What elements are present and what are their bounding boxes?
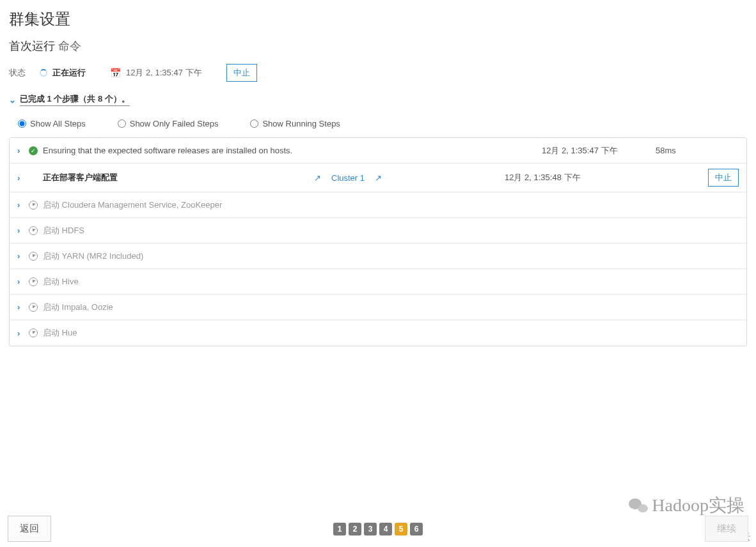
status-value: 正在运行 <box>52 67 86 79</box>
page-title: 群集设置 <box>0 0 756 33</box>
continue-button: 继续 <box>705 516 748 542</box>
external-link-icon[interactable]: ↗ <box>375 173 382 183</box>
chevron-right-icon[interactable]: › <box>17 200 24 210</box>
filter-running-label: Show Running Steps <box>262 119 340 128</box>
status-timestamp: 12月 2, 1:35:47 下午 <box>126 67 202 79</box>
pager-5[interactable]: 5 <box>395 523 407 535</box>
pager-2[interactable]: 2 <box>349 523 361 535</box>
step-row: › 正在部署客户端配置 ↗ Cluster 1 ↗ 12月 2, 1:35:48… <box>10 164 746 192</box>
chevron-right-icon[interactable]: › <box>17 146 24 155</box>
progress-row[interactable]: ⌄ 已完成 1 个步骤（共 8 个）。 <box>0 91 756 112</box>
filter-all[interactable]: Show All Steps <box>18 119 86 128</box>
step-filter: Show All Steps Show Only Failed Steps Sh… <box>0 112 756 135</box>
chevron-right-icon[interactable]: › <box>17 277 24 286</box>
clock-icon <box>29 226 38 235</box>
step-duration: 58ms <box>656 146 739 155</box>
step-row: › 启动 YARN (MR2 Included) <box>10 243 746 269</box>
calendar-icon: 📅 <box>110 68 121 78</box>
bottom-bar: 返回 1 2 3 4 5 6 继续 <box>0 511 756 547</box>
step-timestamp: 12月 2, 1:35:48 下午 <box>505 172 613 183</box>
check-icon: ✓ <box>29 146 38 155</box>
filter-running[interactable]: Show Running Steps <box>250 119 340 128</box>
external-link-icon[interactable]: ↗ <box>314 173 321 183</box>
subtitle-strong: 首次运行 <box>9 40 55 52</box>
step-text: 启动 Hue <box>43 327 739 339</box>
filter-all-radio[interactable] <box>18 119 26 128</box>
chevron-right-icon[interactable]: › <box>17 226 24 235</box>
chevron-right-icon[interactable]: › <box>17 328 24 338</box>
step-text: Ensuring that the expected software rele… <box>43 146 346 155</box>
chevron-right-icon[interactable]: › <box>17 173 24 183</box>
chevron-right-icon[interactable]: › <box>17 302 24 312</box>
pager-4[interactable]: 4 <box>379 523 392 535</box>
step-row: › 启动 Hue <box>10 320 746 346</box>
chevron-right-icon[interactable]: › <box>17 251 24 261</box>
back-button[interactable]: 返回 <box>8 516 51 542</box>
clock-icon <box>29 277 38 286</box>
step-text: 启动 HDFS <box>43 225 739 236</box>
progress-text: 已完成 1 个步骤（共 8 个）。 <box>20 93 130 106</box>
cluster-link[interactable]: Cluster 1 <box>331 173 365 183</box>
step-text: 启动 Hive <box>43 276 739 288</box>
step-text: 启动 Cloudera Management Service, ZooKeepe… <box>43 199 739 211</box>
clock-icon <box>29 252 38 261</box>
step-row: › 启动 Cloudera Management Service, ZooKee… <box>10 192 746 218</box>
pager-1[interactable]: 1 <box>333 523 346 535</box>
step-row: › ✓ Ensuring that the expected software … <box>10 138 746 164</box>
step-row: › 启动 HDFS <box>10 218 746 243</box>
step-row: › 启动 Hive <box>10 269 746 295</box>
step-link[interactable]: ↗ Cluster 1 ↗ <box>314 173 500 183</box>
pager-3[interactable]: 3 <box>364 523 377 535</box>
filter-failed[interactable]: Show Only Failed Steps <box>118 119 219 128</box>
filter-all-label: Show All Steps <box>30 119 86 128</box>
subtitle: 首次运行 命令 <box>0 33 756 60</box>
chevron-down-icon[interactable]: ⌄ <box>9 95 16 105</box>
clock-icon <box>29 201 38 210</box>
abort-button[interactable]: 中止 <box>226 64 257 82</box>
status-label: 状态 <box>9 67 26 79</box>
step-abort-button[interactable]: 中止 <box>708 169 739 187</box>
subtitle-light: 命令 <box>58 40 81 52</box>
step-text: 启动 YARN (MR2 Included) <box>43 250 739 262</box>
steps-list: › ✓ Ensuring that the expected software … <box>9 137 747 346</box>
spinner-icon <box>40 69 47 77</box>
step-text: 启动 Impala, Oozie <box>43 302 739 313</box>
filter-failed-radio[interactable] <box>118 119 126 128</box>
pager: 1 2 3 4 5 6 <box>333 523 423 535</box>
clock-icon <box>29 328 38 337</box>
step-row: › 启动 Impala, Oozie <box>10 295 746 320</box>
step-text: 正在部署客户端配置 <box>43 172 309 183</box>
status-bar: 状态 正在运行 📅 12月 2, 1:35:47 下午 中止 <box>0 60 756 91</box>
pager-6[interactable]: 6 <box>410 523 423 535</box>
filter-failed-label: Show Only Failed Steps <box>130 119 219 128</box>
step-timestamp: 12月 2, 1:35:47 下午 <box>542 145 650 157</box>
filter-running-radio[interactable] <box>250 119 258 128</box>
clock-icon <box>29 303 38 312</box>
